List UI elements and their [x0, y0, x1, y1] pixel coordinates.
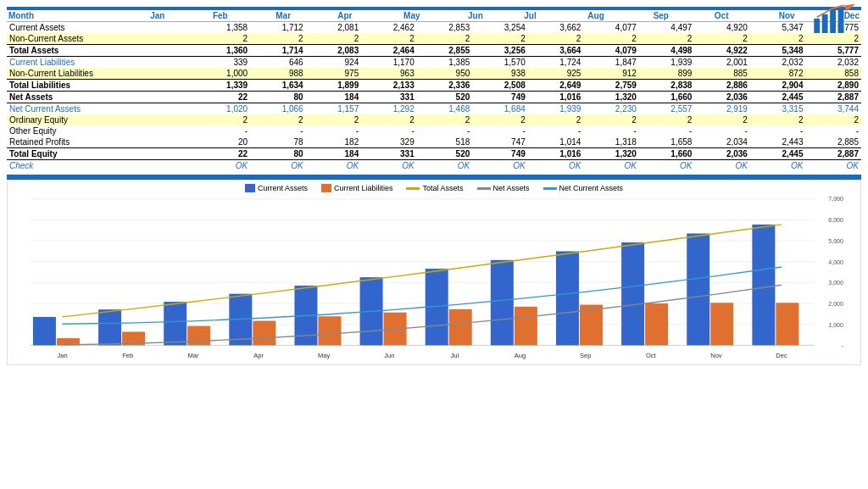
- legend-line: [406, 187, 420, 190]
- svg-rect-2: [830, 10, 836, 33]
- legend-label: Current Liabilities: [334, 184, 393, 192]
- svg-text:Nov: Nov: [710, 353, 722, 360]
- chart-container: Current AssetsCurrent LiabilitiesTotal A…: [7, 180, 861, 365]
- legend-label: Net Current Assets: [559, 184, 624, 192]
- column-headers: Month Jan Feb Mar Apr May Jun Jul Aug Se…: [7, 10, 861, 22]
- svg-text:Aug: Aug: [515, 353, 526, 360]
- svg-text:Jul: Jul: [451, 353, 459, 360]
- table-body: Current Assets1,3581,7122,0812,4622,8533…: [7, 22, 861, 171]
- svg-rect-51: [687, 233, 709, 345]
- legend-item: Total Assets: [406, 184, 463, 192]
- svg-rect-52: [710, 303, 733, 345]
- chart-svg: -1,0002,0003,0004,0005,0006,0007,000JanF…: [23, 196, 845, 361]
- svg-text:7,000: 7,000: [828, 197, 843, 203]
- legend-line: [543, 187, 557, 190]
- svg-text:1,000: 1,000: [828, 322, 843, 328]
- legend-label: Total Assets: [422, 184, 463, 192]
- svg-text:Oct: Oct: [646, 353, 656, 360]
- table-row: Net Assets22801843315207491,0161,3201,66…: [7, 92, 861, 103]
- legend-label: Net Assets: [493, 184, 530, 192]
- svg-text:3,000: 3,000: [828, 280, 843, 286]
- svg-rect-27: [164, 302, 186, 345]
- svg-rect-54: [752, 225, 775, 345]
- table-row: Current Liabilities3396469241,1701,3851,…: [7, 57, 861, 69]
- svg-text:Feb: Feb: [122, 353, 133, 360]
- svg-rect-3: [838, 7, 844, 33]
- svg-rect-0: [814, 19, 820, 33]
- table-row: Other Equity------------: [7, 125, 861, 136]
- svg-rect-42: [491, 260, 514, 346]
- svg-rect-45: [556, 251, 579, 345]
- chart-area: -1,0002,0003,0004,0005,0006,0007,000JanF…: [23, 196, 845, 361]
- svg-marker-4: [843, 4, 855, 12]
- legend-item: Net Assets: [477, 184, 530, 192]
- svg-text:5,000: 5,000: [828, 238, 843, 244]
- svg-rect-49: [645, 303, 668, 345]
- svg-text:Jan: Jan: [58, 353, 68, 360]
- svg-rect-31: [253, 321, 275, 346]
- table-row: Net Current Assets1,0201,0661,1571,2921,…: [7, 103, 861, 115]
- svg-rect-40: [449, 309, 472, 346]
- svg-rect-48: [621, 242, 644, 345]
- svg-rect-21: [33, 317, 56, 346]
- svg-text:Sep: Sep: [580, 353, 591, 360]
- table-row: Total Assets1,3601,7142,0832,4642,8553,2…: [7, 45, 861, 57]
- svg-rect-28: [187, 326, 210, 346]
- svg-text:Mar: Mar: [187, 353, 199, 360]
- table-row: Ordinary Equity222222222222: [7, 114, 861, 125]
- table-row: Retained Profits20781823295187471,0141,3…: [7, 136, 861, 148]
- svg-text:2,000: 2,000: [828, 301, 843, 307]
- svg-text:Jun: Jun: [384, 353, 394, 360]
- balance-sheet-table: Month Jan Feb Mar Apr May Jun Jul Aug Se…: [7, 7, 861, 22]
- legend-color: [245, 184, 255, 192]
- svg-rect-43: [515, 307, 537, 346]
- table-row: Total Equity22801843315207491,0161,3201,…: [7, 148, 861, 160]
- table-row: Non-Current Assets222222222222: [7, 33, 861, 45]
- table-row: Non-Current Liabilities1,000988975963950…: [7, 68, 861, 80]
- legend-line: [477, 187, 491, 190]
- legend-color: [321, 184, 331, 192]
- table-row: Current Assets1,3581,7122,0812,4622,8533…: [7, 22, 861, 33]
- svg-rect-34: [318, 316, 341, 345]
- svg-text:Dec: Dec: [776, 353, 787, 360]
- legend-item: Current Liabilities: [321, 184, 393, 192]
- svg-rect-1: [822, 14, 828, 33]
- svg-text:Apr: Apr: [253, 353, 264, 360]
- table-section: Month Jan Feb Mar Apr May Jun Jul Aug Se…: [7, 7, 861, 171]
- table-row: Total Liabilities1,3391,6341,8992,1332,3…: [7, 80, 861, 92]
- legend-item: Current Assets: [245, 184, 308, 192]
- svg-rect-24: [98, 309, 121, 345]
- legend-item: Net Current Assets: [543, 184, 624, 192]
- svg-text:6,000: 6,000: [828, 217, 843, 223]
- svg-text:May: May: [318, 353, 331, 360]
- svg-rect-55: [776, 303, 798, 345]
- svg-text:-: -: [842, 342, 843, 348]
- chart-section: Current AssetsCurrent LiabilitiesTotal A…: [7, 175, 861, 365]
- logo: [810, 3, 861, 37]
- legend-label: Current Assets: [258, 184, 308, 192]
- svg-text:4,000: 4,000: [828, 259, 843, 265]
- table-row: CheckOKOKOKOKOKOKOKOKOKOKOKOK: [7, 160, 861, 172]
- chart-legend: Current AssetsCurrent LiabilitiesTotal A…: [14, 184, 854, 192]
